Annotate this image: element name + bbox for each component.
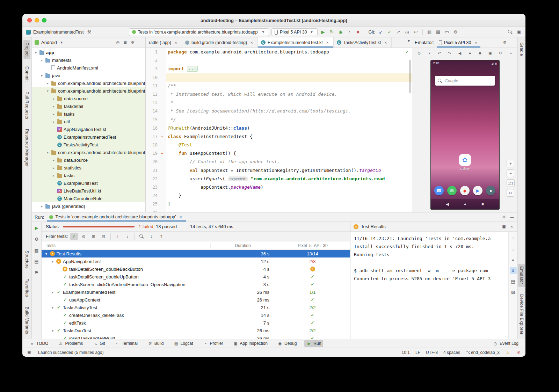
close-window-button[interactable] xyxy=(27,18,32,23)
chevron-down-icon[interactable]: ▾ xyxy=(40,74,44,78)
close-icon[interactable]: × xyxy=(178,214,183,220)
code-line[interactable]: 24 } xyxy=(146,191,412,200)
zoom-in-button[interactable]: + xyxy=(507,160,514,167)
tree-item[interactable]: ▸statistics xyxy=(32,164,145,172)
console-layout-button[interactable]: ▣ xyxy=(501,224,507,230)
tab-build-gradle-app[interactable]: radle (:app) × xyxy=(146,37,182,48)
expand-all-button[interactable]: ⊞ xyxy=(90,233,97,240)
chevron-right-icon[interactable]: ▸ xyxy=(46,81,50,85)
code-line[interactable]: 17▸▸class ExampleInstrumentedTest { xyxy=(146,132,412,141)
close-icon[interactable]: × xyxy=(383,39,388,46)
chevron-down-icon[interactable]: ▾ xyxy=(34,51,38,55)
tool-profiler[interactable]: ◔Profiler xyxy=(201,340,225,347)
code-line[interactable]: 10 xyxy=(146,73,412,82)
chevron-right-icon[interactable]: ▸ xyxy=(52,112,56,116)
sdk-manager-button[interactable]: ▦ xyxy=(435,29,441,35)
line-ending-indicator[interactable]: LF xyxy=(415,350,420,355)
chevron-right-icon[interactable]: ▸ xyxy=(52,104,56,108)
git-rollback-button[interactable]: ↩ xyxy=(413,29,419,35)
rotate-left-icon[interactable]: ↶ xyxy=(437,50,442,56)
zoom-actual-button[interactable]: 1:1 xyxy=(507,179,515,187)
device-manager-button[interactable]: ▥ xyxy=(426,29,433,35)
tool-window-toggle-icon[interactable]: ▣ xyxy=(27,349,32,356)
profiler-button[interactable]: ◔ xyxy=(346,29,353,35)
tab-example-instrumented-test[interactable]: C ExampleInstrumentedTest.kt × xyxy=(258,37,334,48)
inspections-disabled-icon[interactable]: ⊘ xyxy=(516,349,521,356)
nav-back-button[interactable]: ◀ xyxy=(446,202,449,206)
inspection-ok-icon[interactable]: ✓ xyxy=(406,49,408,55)
chevron-right-icon[interactable]: ▸ xyxy=(52,174,56,177)
search-everywhere-button[interactable] xyxy=(507,29,513,35)
export-results-button[interactable]: ⇑ xyxy=(158,233,165,240)
messages-app-icon[interactable]: ✉ xyxy=(447,186,457,195)
layout-inspector-button[interactable]: ▭ xyxy=(444,29,450,35)
chevron-down-icon[interactable]: ▾ xyxy=(59,39,64,46)
project-view-select[interactable]: Android xyxy=(41,40,57,45)
test-row[interactable]: ✓createOneTask_deleteTask14 s✓ xyxy=(42,311,350,319)
test-grid-button[interactable]: ▦ xyxy=(34,247,40,253)
tool-todo[interactable]: ≡TODO xyxy=(27,340,50,347)
code-line[interactable]: 26 xyxy=(146,209,412,212)
tool-terminal[interactable]: >_Terminal xyxy=(112,340,139,347)
chevron-down-icon[interactable]: ▾ xyxy=(44,252,48,256)
rerun-button[interactable]: ▶ xyxy=(34,225,40,231)
sidebar-item-emulator[interactable]: Emulator xyxy=(518,264,525,286)
tool-build[interactable]: ⚒Build xyxy=(145,340,166,347)
tab-tasks-activity-test[interactable]: C TasksActivityTest.kt × xyxy=(334,37,392,48)
volume-icon[interactable]: ◖ xyxy=(427,50,432,56)
close-icon[interactable]: × xyxy=(509,224,514,230)
indent-indicator[interactable]: 4 spaces xyxy=(443,350,460,355)
tree-item[interactable]: ▸tasks xyxy=(32,172,145,179)
maps-app-icon[interactable]: ◆ xyxy=(460,186,470,195)
hidden-tabs-button[interactable]: ▾ xyxy=(406,37,412,44)
sidebar-item-build-variants[interactable]: Build Variants xyxy=(23,304,30,337)
tool-logcat[interactable]: ▤Logcat xyxy=(172,340,195,347)
scroll-to-end-button[interactable]: ⇓ xyxy=(510,267,517,274)
git-commit-button[interactable]: ✓ xyxy=(386,29,393,35)
code-line[interactable]: 19▸▸ fun useAppContext() { xyxy=(146,149,412,158)
google-search-widget[interactable]: Google xyxy=(435,76,495,86)
feedback-smiley-icon[interactable]: ☺ xyxy=(505,349,510,356)
layout-button[interactable]: ▣ xyxy=(516,29,522,35)
tree-item[interactable]: ▸tasks xyxy=(32,110,145,118)
play-store-app-icon[interactable]: ▶ xyxy=(473,186,482,195)
hide-panel-button[interactable]: — xyxy=(509,214,515,220)
chevron-down-icon[interactable]: ▾ xyxy=(51,260,55,263)
tree-item[interactable]: ▾manifests xyxy=(32,56,145,64)
editor-scrollbar[interactable] xyxy=(409,60,411,93)
device-select[interactable]: Pixel 5 API 30 ▾ xyxy=(271,28,318,36)
code-line[interactable]: 25} xyxy=(146,200,412,208)
record-icon[interactable]: ● xyxy=(467,50,473,56)
code-line[interactable]: 2 xyxy=(146,56,412,65)
close-icon[interactable]: × xyxy=(325,39,330,46)
code-line[interactable]: 21 val appContext = InstrumentationRegis… xyxy=(146,166,412,175)
camera-app-icon[interactable]: ● xyxy=(486,186,495,195)
build-hammer-icon[interactable]: ⚒ xyxy=(86,29,93,35)
tree-item[interactable]: ▾app xyxy=(32,49,145,56)
emulator-tab[interactable]: Pixel 5 API 30 × xyxy=(437,37,481,48)
rotate-right-icon[interactable]: ↷ xyxy=(447,50,452,56)
test-row[interactable]: ✓editTask7 s✓ xyxy=(42,319,350,327)
tool-run[interactable]: ▶Run xyxy=(304,340,323,347)
close-icon[interactable]: × xyxy=(473,39,478,46)
chevron-right-icon[interactable]: ▸ xyxy=(52,166,56,170)
sidebar-item-gradle[interactable]: Gradle xyxy=(518,40,525,58)
test-settings-button[interactable]: ⚙ xyxy=(34,236,40,242)
code-line[interactable]: 18 @Test xyxy=(146,141,412,149)
screenshot-icon[interactable]: ▣ xyxy=(488,50,493,56)
tree-item[interactable]: CExampleInstrumentedTest xyxy=(32,133,145,141)
sidebar-item-pull-requests[interactable]: Pull Requests xyxy=(23,89,30,122)
code-line[interactable]: 15 */ xyxy=(146,116,412,124)
stop-icon[interactable]: ■ xyxy=(478,50,483,56)
print-button[interactable]: ▤ xyxy=(510,278,517,285)
zoom-window-button[interactable] xyxy=(42,18,46,23)
tree-item[interactable]: ▸data.source xyxy=(32,156,145,164)
column-duration[interactable]: Duration xyxy=(210,243,275,248)
code-line[interactable]: 22 assertEquals( expected: "com.example.… xyxy=(146,175,412,183)
import-results-button[interactable]: ⇓ xyxy=(148,233,155,240)
tree-item[interactable]: KAppNavigationTest.kt xyxy=(32,125,145,133)
zoom-out-button[interactable]: − xyxy=(507,169,514,177)
tree-item[interactable]: KLiveDataTestUtil.kt xyxy=(32,187,145,195)
scroll-up-button[interactable]: ↑ xyxy=(510,234,517,241)
tree-item[interactable]: ▸java (generated) xyxy=(32,202,145,210)
